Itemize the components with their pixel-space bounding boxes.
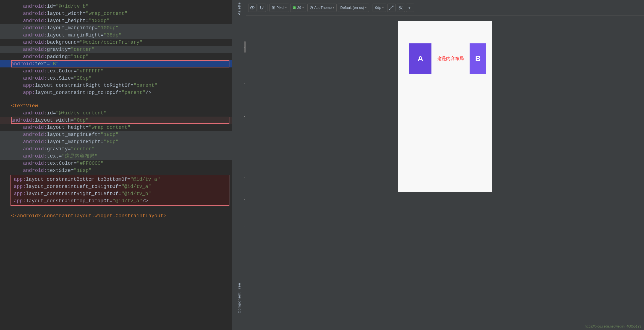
- code-line: android:textSize="28sp": [0, 75, 232, 82]
- code-line: android:layout_marginRight="8dp": [0, 138, 232, 145]
- api-button[interactable]: A 29 ▾: [290, 4, 306, 12]
- svg-line-12: [401, 8, 402, 9]
- svg-text:T: T: [409, 6, 411, 10]
- code-line: android:layout_marginLeft="18dp": [0, 131, 232, 138]
- code-line: android:text="这是内容布局": [0, 153, 232, 160]
- chevron-down-icon: ▾: [285, 6, 287, 9]
- code-line: android:layout_width="wrap_content": [0, 10, 232, 17]
- code-line-width-boxed: android:layout_width="0dp": [0, 117, 232, 124]
- closing-tag-line: </androidx.constraintlayout.widget.Const…: [0, 212, 232, 219]
- preview-area: A B 这是内容布局: [246, 15, 644, 323]
- code-line-boxed: android:text="B": [0, 60, 232, 67]
- code-line: android:gravity="center": [0, 46, 232, 53]
- device-content: A B 这是内容布局: [398, 21, 492, 192]
- eye-button[interactable]: [248, 4, 256, 12]
- code-line: android:textColor="#FF0000": [0, 160, 232, 167]
- scissors-button[interactable]: [397, 4, 405, 12]
- svg-text:A: A: [294, 7, 295, 9]
- code-line: android:gravity="center": [0, 145, 232, 153]
- code-tag-line: <TextView: [0, 102, 232, 109]
- chevron-down-icon: ▾: [302, 6, 304, 9]
- pixel-button[interactable]: Pixel ▾: [269, 4, 289, 12]
- code-line: app:layout_constraintRight_toRightOf="pa…: [0, 82, 232, 89]
- margin-button[interactable]: 0dp ▾: [373, 4, 386, 12]
- svg-point-9: [389, 9, 390, 10]
- code-line: android:textSize="18sp": [0, 167, 232, 174]
- locale-button[interactable]: Default (en-us) ▾: [338, 4, 369, 12]
- device-frame: A B 这是内容布局: [398, 21, 492, 192]
- svg-point-14: [399, 8, 400, 9]
- code-line: android:id="@+id/tv_content": [0, 109, 232, 117]
- separator: [371, 4, 371, 11]
- code-blank-line: [0, 96, 232, 102]
- constraint-group: app:layout_constraintBottom_toBottomOf="…: [0, 175, 232, 206]
- svg-point-10: [392, 6, 394, 7]
- chevron-down-icon: ▾: [365, 6, 366, 9]
- chevron-down-icon: ▾: [382, 6, 384, 9]
- textview-b: B: [470, 43, 486, 74]
- code-line: android:layout_marginTop="100dp": [0, 24, 232, 32]
- code-editor: android:id="@+id/tv_b" android:layout_wi…: [0, 0, 232, 330]
- code-line: android:layout_height="wrap_content": [0, 124, 232, 131]
- apptheme-button[interactable]: AppTheme ▾: [307, 4, 337, 12]
- magnet-button[interactable]: [258, 4, 266, 12]
- code-line: android:id="@+id/tv_b": [0, 3, 232, 10]
- status-bar: https://blog.csdn.net/weixin_46055193: [246, 323, 644, 330]
- svg-rect-5: [273, 7, 274, 9]
- code-line: android:padding="16dp": [0, 53, 232, 60]
- code-line: android:background="@color/colorPrimary": [0, 39, 232, 46]
- palette-label: Palette: [237, 0, 241, 17]
- svg-line-11: [401, 6, 402, 8]
- chevron-down-icon: ▾: [333, 6, 334, 9]
- code-line: android:layout_height="100dp": [0, 17, 232, 24]
- textview-content: 这是内容布局: [434, 43, 467, 74]
- path-button[interactable]: [387, 4, 396, 12]
- separator: [268, 4, 268, 11]
- code-line: app:layout_constraintTop_toTopOf="parent…: [0, 89, 232, 96]
- middle-panel: Palette Component Tree: [232, 0, 246, 330]
- code-blank-line: [0, 206, 232, 212]
- component-tree-label: Component Tree: [237, 283, 241, 313]
- textview-a: A: [409, 43, 431, 74]
- preview-panel: Pixel ▾ A 29 ▾ AppTheme ▾ Default (en-us…: [246, 0, 644, 330]
- status-url: https://blog.csdn.net/weixin_46055193: [585, 324, 641, 328]
- text-format-button[interactable]: T: [406, 4, 414, 12]
- code-line: android:textColor="#FFFFFF": [0, 67, 232, 75]
- svg-point-1: [252, 7, 253, 8]
- code-line: android:layout_marginRight="38dp": [0, 32, 232, 39]
- svg-point-13: [399, 6, 400, 7]
- scrollbar[interactable]: [244, 0, 246, 330]
- toolbar: Pixel ▾ A 29 ▾ AppTheme ▾ Default (en-us…: [246, 0, 644, 15]
